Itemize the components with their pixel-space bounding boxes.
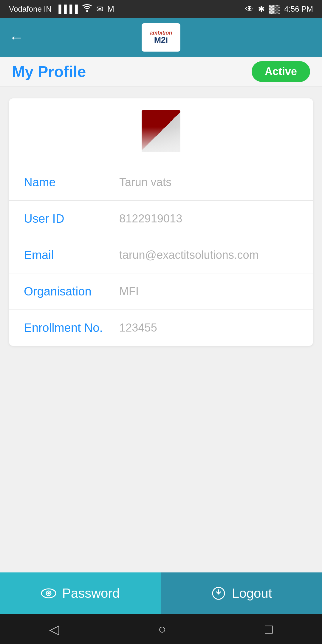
bottom-bar: Password Logout [0,572,322,614]
android-home-icon[interactable]: ○ [158,622,166,637]
organisation-label: Organisation [24,285,107,298]
profile-header: My Profile Active [0,57,322,86]
logo-ambition-text: ambition [150,30,172,35]
organisation-value: MFI [119,285,139,298]
eye-status-icon: 👁 [245,4,254,14]
battery-icon: ▓▒ [269,4,280,14]
logout-button[interactable]: Logout [161,572,322,614]
status-badge: Active [252,61,310,82]
name-row: Name Tarun vats [9,164,313,201]
back-button[interactable]: ← [9,29,24,46]
enrollment-value: 123455 [119,321,157,334]
carrier-text: Vodafone IN [9,4,52,14]
profile-card: Name Tarun vats User ID 8122919013 Email… [9,98,313,346]
organisation-row: Organisation MFI [9,273,313,310]
signal-icon: ▐▐▐▐ [56,4,78,14]
status-bar: Vodafone IN ▐▐▐▐ ✉ M 👁 ✱ ▓▒ 4:56 PM [0,0,322,18]
password-button[interactable]: Password [0,572,161,614]
userid-value: 8122919013 [119,212,182,225]
name-value: Tarun vats [119,176,171,189]
name-label: Name [24,176,107,189]
nav-bar: ← ambition M2i [0,18,322,57]
time-text: 4:56 PM [284,4,313,14]
password-label: Password [62,586,120,601]
email-value: tarun@exactitsolutions.com [119,249,258,261]
userid-label: User ID [24,212,107,225]
email-row: Email tarun@exactitsolutions.com [9,237,313,273]
avatar-section [9,98,313,164]
logout-label: Logout [232,586,272,601]
android-recent-icon[interactable]: □ [265,622,273,637]
avatar-image [142,110,180,152]
main-content: Name Tarun vats User ID 8122919013 Email… [0,86,322,572]
enrollment-row: Enrollment No. 123455 [9,310,313,346]
mail-icon: ✉ [96,4,103,14]
android-back-icon[interactable]: ◁ [49,622,59,637]
svg-point-3 [47,592,50,595]
app-logo: ambition M2i [142,23,180,52]
wifi-icon [82,4,92,14]
bluetooth-icon: ✱ [258,4,265,14]
eye-icon [41,588,56,598]
logout-icon [211,586,226,601]
status-left: Vodafone IN ▐▐▐▐ ✉ M [9,4,114,14]
android-nav-bar: ◁ ○ □ [0,614,322,644]
svg-point-0 [86,10,88,12]
logo-m2i-text: M2i [154,35,168,45]
status-right: 👁 ✱ ▓▒ 4:56 PM [245,4,313,14]
mail2-icon: M [107,4,114,14]
userid-row: User ID 8122919013 [9,201,313,237]
enrollment-label: Enrollment No. [24,321,107,335]
email-label: Email [24,248,107,262]
page-title: My Profile [12,63,86,80]
avatar [142,110,180,152]
